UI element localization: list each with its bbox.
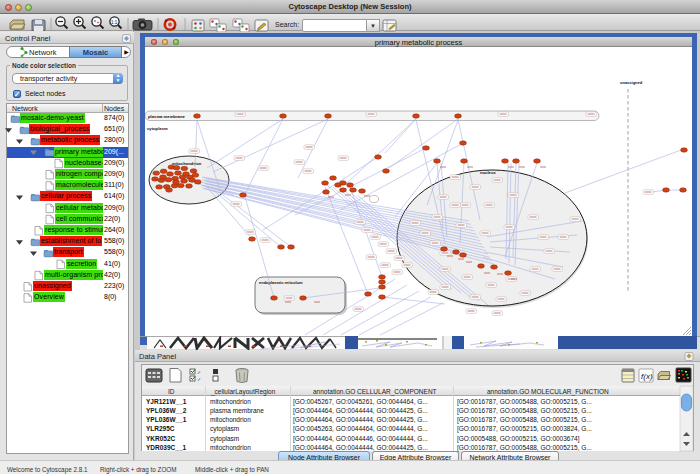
svg-text:plasma membrane: plasma membrane — [148, 114, 185, 119]
svg-text:mitochondrion: mitochondrion — [172, 161, 202, 166]
svg-text:f(x): f(x) — [641, 372, 653, 381]
svg-text:✓: ✓ — [197, 376, 201, 382]
svg-text:✓: ✓ — [197, 369, 201, 375]
svg-text:unassigned: unassigned — [620, 80, 643, 85]
svg-text:endoplasmic reticulum: endoplasmic reticulum — [259, 280, 303, 285]
svg-text:cytoplasm: cytoplasm — [147, 126, 168, 131]
svg-text:1:1: 1:1 — [111, 20, 118, 25]
svg-text:nucleus: nucleus — [480, 170, 496, 175]
